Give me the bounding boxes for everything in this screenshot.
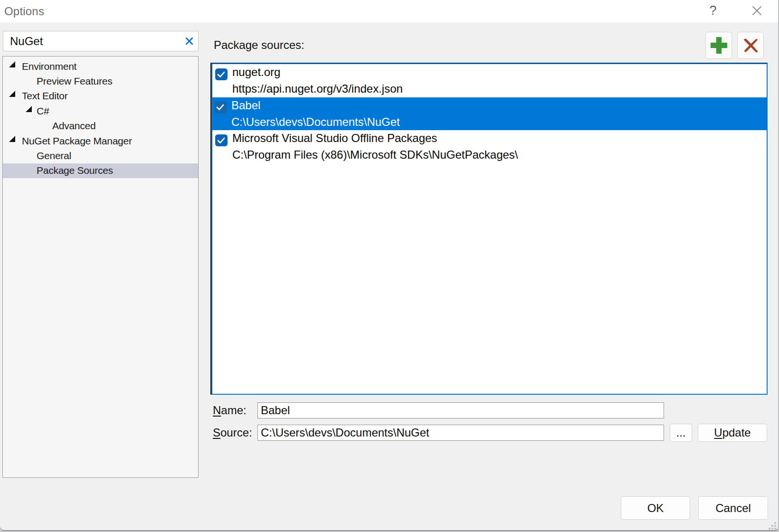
options-dialog: Options ? EnvironmentPreview FeaturesTex… [0, 0, 779, 531]
source-url: C:\Users\devs\Documents\NuGet [231, 114, 400, 130]
name-input[interactable] [257, 402, 664, 418]
tree-item-package-sources[interactable]: Package Sources [3, 163, 198, 178]
resize-grip[interactable] [768, 522, 770, 523]
name-label: Name: [213, 402, 247, 418]
tree-item-label: NuGet Package Manager [22, 135, 132, 147]
search-input[interactable] [3, 35, 180, 48]
tree-item-label: Text Editor [22, 90, 67, 102]
plus-icon [711, 37, 727, 54]
cancel-button[interactable]: Cancel [698, 496, 768, 520]
source-name: Babel [231, 97, 260, 114]
titlebar: Options ? [0, 0, 778, 22]
tree-item-text-editor[interactable]: Text Editor [3, 89, 198, 104]
source-checkbox-checked[interactable] [215, 134, 228, 147]
expander-expanded-icon[interactable] [9, 61, 15, 67]
tree-item-label: Package Sources [37, 165, 113, 176]
update-button[interactable]: Update [698, 424, 767, 442]
name-label-text: Name: [213, 404, 247, 417]
update-button-label: Update [714, 426, 750, 439]
browse-button-label: ... [676, 426, 685, 439]
browse-button[interactable]: ... [670, 424, 692, 442]
source-input[interactable] [257, 425, 664, 441]
package-sources-list: nuget.orghttps://api.nuget.org/v3/index.… [210, 63, 768, 395]
add-source-button[interactable] [705, 32, 732, 59]
package-source-row[interactable]: nuget.orghttps://api.nuget.org/v3/index.… [212, 64, 767, 97]
search-clear-icon[interactable] [180, 31, 198, 51]
tree-item-c-[interactable]: C# [3, 104, 198, 118]
expander-expanded-icon[interactable] [9, 91, 15, 97]
tree-item-label: Preview Features [37, 76, 112, 87]
cancel-button-label: Cancel [715, 502, 751, 515]
search-box [3, 31, 199, 51]
expander-expanded-icon[interactable] [9, 136, 15, 142]
source-url: https://api.nuget.org/v3/index.json [232, 81, 403, 97]
tree-item-label: Advanced [52, 120, 95, 132]
ok-button-label: OK [647, 502, 664, 515]
tree-item-nuget-package-manager[interactable]: NuGet Package Manager [3, 133, 198, 148]
tree-item-advanced[interactable]: Advanced [3, 119, 198, 133]
remove-source-button[interactable] [737, 32, 764, 59]
package-sources-label: Package sources: [214, 38, 304, 52]
source-checkbox-checked[interactable] [214, 101, 227, 114]
source-url: C:\Program Files (x86)\Microsoft SDKs\Nu… [232, 147, 518, 163]
tree-item-label: General [37, 150, 71, 162]
dialog-title: Options [4, 0, 44, 22]
source-name: nuget.org [232, 64, 280, 81]
package-source-row[interactable]: BabelC:\Users\devs\Documents\NuGet [212, 97, 767, 131]
ok-button[interactable]: OK [621, 496, 690, 520]
close-icon[interactable] [748, 1, 765, 19]
expander-expanded-icon[interactable] [26, 106, 32, 112]
source-name: Microsoft Visual Studio Offline Packages [232, 130, 437, 147]
package-source-row[interactable]: Microsoft Visual Studio Offline Packages… [212, 130, 767, 163]
tree-item-label: C# [37, 105, 49, 117]
tree-item-preview-features[interactable]: Preview Features [3, 74, 198, 88]
source-label-text: Source: [213, 426, 252, 439]
tree-item-general[interactable]: General [3, 148, 198, 163]
tree-item-label: Environment [22, 61, 76, 72]
red-x-icon [743, 38, 759, 53]
help-icon[interactable]: ? [705, 0, 721, 21]
tree-item-environment[interactable]: Environment [3, 59, 198, 74]
source-label: Source: [213, 425, 252, 441]
source-checkbox-checked[interactable] [215, 68, 228, 81]
options-tree: EnvironmentPreview FeaturesText EditorC#… [2, 56, 199, 478]
